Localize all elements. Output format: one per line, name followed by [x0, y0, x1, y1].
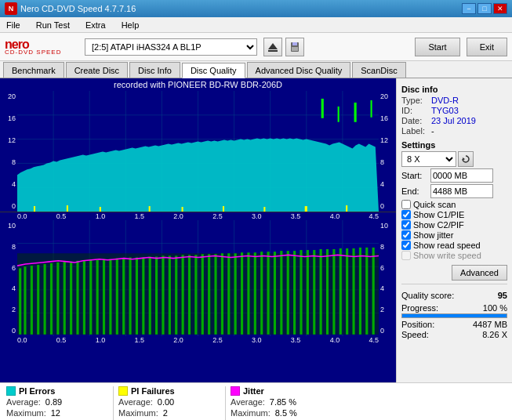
disc-label-value: - [431, 126, 434, 136]
svg-rect-81 [241, 252, 243, 335]
pi-failures-legend-box [118, 386, 128, 396]
svg-rect-21 [354, 103, 357, 122]
svg-rect-93 [320, 249, 322, 335]
window-controls: − □ ✕ [462, 3, 507, 14]
disc-type-label: Type: [401, 96, 431, 105]
svg-rect-26 [149, 206, 151, 212]
quick-scan-row: Quick scan [401, 200, 507, 209]
top-chart-y-left: 20 16 12 8 4 0 [0, 91, 17, 212]
progress-bar-inner [402, 314, 507, 317]
disc-label-label: Label: [401, 126, 431, 136]
advanced-button[interactable]: Advanced [452, 265, 507, 281]
svg-rect-56 [76, 261, 78, 335]
svg-rect-88 [287, 251, 289, 335]
svg-rect-60 [103, 259, 105, 335]
menu-file[interactable]: File [3, 19, 24, 31]
quality-score-label: Quality score: [401, 291, 454, 300]
svg-rect-89 [293, 251, 296, 335]
speed-row: 8 X [401, 151, 507, 167]
bottom-chart-canvas [17, 220, 379, 336]
pi-errors-max-value: 12 [51, 408, 60, 418]
bottom-chart-x-labels: 0.0 0.5 1.0 1.5 2.0 2.5 3.0 3.5 4.0 4.5 [0, 336, 396, 344]
svg-rect-58 [89, 260, 92, 335]
save-button[interactable] [285, 38, 304, 56]
show-c1-pie-checkbox[interactable] [401, 210, 411, 219]
pi-errors-max-row: Maximum: 12 [6, 408, 108, 418]
drive-select[interactable]: [2:5] ATAPI iHAS324 A BL1P [85, 38, 257, 56]
progress-label: Progress: [401, 303, 438, 313]
refresh-button[interactable] [458, 151, 474, 167]
bottom-chart: 10 8 6 4 2 0 [0, 220, 396, 336]
start-field-label: Start: [401, 171, 429, 180]
svg-rect-51 [44, 264, 46, 335]
svg-rect-49 [31, 266, 33, 335]
tab-scandisc[interactable]: ScanDisc [352, 62, 405, 78]
show-write-speed-checkbox[interactable] [401, 251, 411, 260]
svg-rect-94 [326, 249, 329, 335]
svg-rect-1 [268, 50, 278, 52]
show-c2-pif-checkbox[interactable] [401, 220, 411, 230]
start-button[interactable]: Start [415, 38, 459, 56]
svg-rect-20 [338, 107, 340, 122]
tab-create-disc[interactable]: Create Disc [66, 62, 128, 78]
svg-rect-77 [214, 254, 216, 335]
tab-advanced-disc-quality[interactable]: Advanced Disc Quality [247, 62, 351, 78]
tab-disc-info[interactable]: Disc Info [129, 62, 180, 78]
pi-errors-average-value: 0.89 [45, 397, 62, 407]
svg-rect-75 [202, 254, 204, 335]
nero-logo-sub: CD-DVD SPEED [5, 49, 75, 56]
show-c2-pif-label: Show C2/PIF [413, 220, 464, 230]
svg-rect-96 [340, 248, 342, 335]
svg-rect-91 [307, 250, 309, 335]
quick-scan-checkbox[interactable] [401, 200, 411, 209]
tab-disc-quality[interactable]: Disc Quality [182, 63, 245, 78]
eject-button[interactable] [263, 38, 282, 56]
show-read-speed-checkbox[interactable] [401, 241, 411, 250]
svg-rect-68 [155, 257, 158, 335]
jitter-average-row: Average: 7.85 % [231, 397, 340, 407]
svg-rect-70 [169, 255, 171, 334]
svg-rect-31 [346, 205, 347, 212]
disc-id-value: TYG03 [431, 106, 459, 115]
start-field[interactable] [430, 168, 493, 183]
svg-rect-73 [188, 255, 191, 334]
menu-help[interactable]: Help [118, 19, 143, 31]
bottom-chart-y-left: 10 8 6 4 2 0 [0, 220, 17, 336]
exit-button[interactable]: Exit [467, 38, 507, 56]
svg-rect-86 [274, 252, 276, 335]
menu-run-test[interactable]: Run Test [33, 19, 73, 31]
svg-rect-24 [67, 205, 68, 212]
chart-title: recorded with PIONEER BD-RW BDR-206D [0, 78, 396, 91]
tab-benchmark[interactable]: Benchmark [3, 62, 64, 78]
svg-rect-62 [116, 259, 118, 335]
jitter-max-label: Maximum: [231, 408, 271, 418]
pi-errors-legend-label: PI Errors [19, 386, 55, 396]
pi-errors-max-label: Maximum: [6, 408, 46, 418]
disc-type-value: DVD-R [431, 96, 459, 105]
svg-rect-92 [313, 250, 315, 335]
top-chart: 20 16 12 8 4 0 [0, 91, 396, 212]
show-c2-pif-row: Show C2/PIF [401, 220, 507, 230]
refresh-icon [461, 154, 470, 164]
top-chart-canvas [17, 91, 379, 212]
svg-rect-28 [223, 206, 224, 212]
jitter-stat: Jitter Average: 7.85 % Maximum: 8.5 % PO… [231, 386, 340, 420]
bottom-chart-svg [17, 220, 379, 336]
svg-rect-57 [83, 261, 85, 335]
start-field-row: Start: [401, 168, 507, 183]
maximize-button[interactable]: □ [478, 3, 492, 14]
show-jitter-checkbox[interactable] [401, 230, 411, 240]
close-button[interactable]: ✕ [493, 3, 507, 14]
end-field[interactable] [430, 184, 493, 198]
minimize-button[interactable]: − [462, 3, 476, 14]
menu-extra[interactable]: Extra [82, 19, 109, 31]
speed-select[interactable]: 8 X [401, 151, 456, 167]
svg-rect-84 [260, 252, 263, 335]
bottom-chart-y-right: 10 8 6 4 2 0 [379, 220, 396, 336]
disc-id-label: ID: [401, 106, 431, 115]
nero-logo: nero CD-DVD SPEED [5, 36, 75, 58]
progress-bar-outer [401, 313, 507, 318]
top-chart-y-right: 20 16 12 8 4 0 [379, 91, 396, 212]
pi-failures-max-value: 2 [163, 408, 168, 418]
pi-errors-stat: PI Errors Average: 0.89 Maximum: 12 Tota… [6, 386, 108, 420]
